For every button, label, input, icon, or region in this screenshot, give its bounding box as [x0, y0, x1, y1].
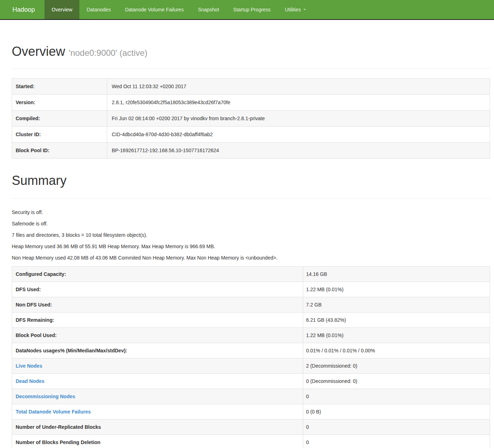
row-label: Live Nodes [12, 358, 303, 374]
nav-tab-utilities[interactable]: Utilities [278, 0, 313, 19]
table-row: DFS Used: 1.22 MB (0.01%) [12, 282, 490, 297]
decommissioning-nodes-link[interactable]: Decommissioning Nodes [16, 394, 75, 399]
summary-table: Configured Capacity: 14.16 GB DFS Used: … [12, 266, 490, 448]
nav-tab-overview-label: Overview [52, 7, 72, 12]
row-value: 0 [303, 420, 490, 435]
nav-tab-datanodes-label: Datanodes [86, 7, 111, 12]
row-label: Number of Blocks Pending Deletion [12, 435, 303, 448]
table-row: Configured Capacity: 14.16 GB [12, 267, 490, 282]
table-row: DFS Remaining: 6.21 GB (43.82%) [12, 313, 490, 328]
table-row: Decommissioning Nodes 0 [12, 389, 490, 404]
table-row: Non DFS Used: 7.2 GB [12, 297, 490, 313]
hadoop-brand[interactable]: Hadoop [0, 0, 44, 19]
row-label: DataNodes usages% (Min/Median/Max/stdDev… [12, 343, 303, 358]
row-value: Fri Jun 02 08:14:00 +0200 2017 by vinodk… [107, 111, 490, 127]
row-value: Wed Oct 11 12:03:32 +0200 2017 [107, 79, 490, 95]
row-label: Dead Nodes [12, 374, 303, 389]
row-label: Compiled: [12, 111, 107, 127]
row-value: 14.16 GB [303, 267, 490, 282]
row-label: Block Pool Used: [12, 328, 303, 343]
row-value: BP-1692617712-192.168.56.10-150771617262… [107, 143, 490, 159]
summary-header: Summary [12, 174, 490, 199]
row-label: Cluster ID: [12, 127, 107, 143]
row-value: 7.2 GB [303, 297, 490, 313]
nav-tab-datanode-volume-failures-label: Datanode Volume Failures [125, 7, 184, 12]
table-row: Block Pool ID: BP-1692617712-192.168.56.… [12, 143, 490, 159]
heap-memory-status: Heap Memory used 36.96 MB of 55.91 MB He… [12, 244, 490, 249]
row-label: Version: [12, 95, 107, 111]
row-label: DFS Remaining: [12, 313, 303, 328]
namenode-address-subtitle: 'node0:9000' (active) [69, 48, 147, 58]
nav-tab-snapshot[interactable]: Snapshot [191, 0, 226, 19]
nav-tab-startup-progress[interactable]: Startup Progress [226, 0, 278, 19]
row-value: 2 (Decommissioned: 0) [303, 358, 490, 374]
nav-tab-startup-progress-label: Startup Progress [233, 7, 270, 12]
dead-nodes-link[interactable]: Dead Nodes [16, 378, 44, 384]
table-row: Compiled: Fri Jun 02 08:14:00 +0200 2017… [12, 111, 490, 127]
table-row: Dead Nodes 0 (Decommissioned: 0) [12, 374, 490, 389]
table-row: Version: 2.8.1, r20fe5304904fc2f5a18053c… [12, 95, 490, 111]
row-label: Number of Under-Replicated Blocks [12, 420, 303, 435]
live-nodes-link[interactable]: Live Nodes [16, 363, 42, 369]
table-row: Number of Blocks Pending Deletion 0 [12, 435, 490, 448]
overview-info-table: Started: Wed Oct 11 12:03:32 +0200 2017 … [12, 78, 490, 159]
overview-title: Overview [12, 44, 65, 59]
non-heap-memory-status: Non Heap Memory used 42.08 MB of 43.06 M… [12, 255, 490, 261]
row-value: 6.21 GB (43.82%) [303, 313, 490, 328]
row-value: CID-4dbcd40a-870d-4d30-b382-db0aff4f6ab2 [107, 127, 490, 143]
table-row: Live Nodes 2 (Decommissioned: 0) [12, 358, 490, 374]
safemode-status: Safemode is off. [12, 221, 490, 226]
row-value: 0.01% / 0.01% / 0.01% / 0.00% [303, 343, 490, 358]
row-label: Total Datanode Volume Failures [12, 404, 303, 420]
row-label: Configured Capacity: [12, 267, 303, 282]
table-row: Block Pool Used: 1.22 MB (0.01%) [12, 328, 490, 343]
row-value: 2.8.1, r20fe5304904fc2f5a18053c389e43cd2… [107, 95, 490, 111]
table-row: Cluster ID: CID-4dbcd40a-870d-4d30-b382-… [12, 127, 490, 143]
table-row: DataNodes usages% (Min/Median/Max/stdDev… [12, 343, 490, 358]
table-row: Total Datanode Volume Failures 0 (0 B) [12, 404, 490, 420]
total-datanode-volume-failures-link[interactable]: Total Datanode Volume Failures [16, 409, 91, 415]
navbar: Hadoop Overview Datanodes Datanode Volum… [0, 0, 494, 20]
chevron-down-icon [303, 9, 306, 10]
row-label: Decommissioning Nodes [12, 389, 303, 404]
row-value: 1.22 MB (0.01%) [303, 282, 490, 297]
nav-tab-utilities-label: Utilities [285, 7, 301, 12]
table-row: Started: Wed Oct 11 12:03:32 +0200 2017 [12, 79, 490, 95]
page-title: Overview 'node0:9000' (active) [12, 44, 490, 59]
overview-header: Overview 'node0:9000' (active) [12, 44, 490, 69]
main-content: Overview 'node0:9000' (active) Started: … [0, 44, 494, 448]
summary-status-text: Security is off. Safemode is off. 7 file… [12, 209, 490, 261]
security-status: Security is off. [12, 209, 490, 215]
row-label: Started: [12, 79, 107, 95]
row-label: DFS Used: [12, 282, 303, 297]
filesystem-objects-status: 7 files and directories, 3 blocks = 10 t… [12, 232, 490, 238]
summary-title: Summary [12, 174, 490, 188]
row-value: 0 (Decommissioned: 0) [303, 374, 490, 389]
row-value: 1.22 MB (0.01%) [303, 328, 490, 343]
nav-tab-overview[interactable]: Overview [44, 0, 79, 19]
row-label: Block Pool ID: [12, 143, 107, 159]
nav-tab-snapshot-label: Snapshot [198, 7, 219, 12]
table-row: Number of Under-Replicated Blocks 0 [12, 420, 490, 435]
nav-tab-datanodes[interactable]: Datanodes [79, 0, 118, 19]
nav-tab-datanode-volume-failures[interactable]: Datanode Volume Failures [118, 0, 191, 19]
row-value: 0 [303, 435, 490, 448]
row-value: 0 (0 B) [303, 404, 490, 420]
nav-tabs: Overview Datanodes Datanode Volume Failu… [44, 0, 313, 19]
row-label: Non DFS Used: [12, 297, 303, 313]
row-value: 0 [303, 389, 490, 404]
